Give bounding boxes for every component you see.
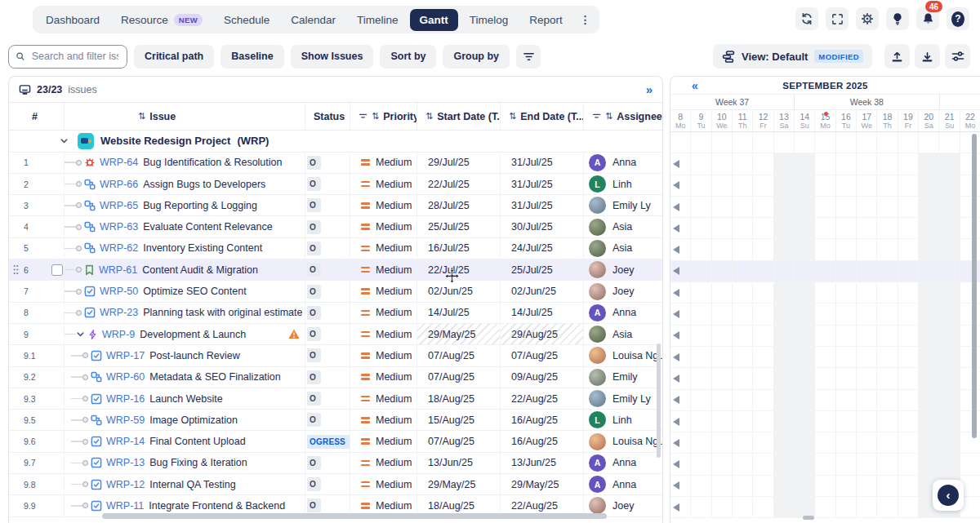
offscreen-task-indicator[interactable]	[673, 246, 679, 254]
status-cell[interactable]: O	[305, 388, 350, 409]
week-header[interactable]: Week 37	[670, 95, 795, 109]
assignee-cell[interactable]: Joey	[584, 259, 662, 280]
column-header-status[interactable]: Status	[305, 103, 350, 130]
status-cell[interactable]: O	[305, 216, 350, 237]
export-button[interactable]	[884, 44, 910, 69]
start-date-cell[interactable]: 14/Jul/25	[417, 303, 501, 323]
tab-resource[interactable]: ResourceNEW	[111, 9, 212, 31]
day-column-header[interactable]: 12Fr	[753, 110, 773, 131]
assignee-cell[interactable]: LLinh	[584, 410, 662, 430]
start-date-cell[interactable]: 07/Aug/25	[417, 367, 501, 388]
gantt-vertical-scrollbar[interactable]	[972, 134, 977, 438]
column-filter-icon-wrap[interactable]	[592, 111, 601, 122]
day-column-header[interactable]: 20Sa	[919, 110, 939, 131]
start-date-cell[interactable]: 25/Jul/25	[417, 216, 501, 237]
offscreen-task-indicator[interactable]	[673, 353, 679, 361]
offscreen-task-indicator[interactable]	[673, 289, 679, 297]
priority-cell[interactable]: Medium	[350, 388, 417, 409]
status-cell[interactable]: O	[305, 474, 350, 494]
week-header[interactable]	[940, 95, 980, 109]
offscreen-task-indicator[interactable]	[673, 331, 679, 339]
issue-key-link[interactable]: WRP-65	[100, 200, 138, 211]
offscreen-task-indicator[interactable]	[673, 460, 679, 468]
status-cell[interactable]: O	[305, 281, 350, 301]
status-cell[interactable]: O	[305, 153, 350, 173]
table-row[interactable]: 2WRP-66Assign Bugs to DevelopersOMedium2…	[9, 174, 662, 195]
gantt-row[interactable]	[670, 197, 980, 218]
sync-button[interactable]	[795, 7, 818, 30]
assignee-cell[interactable]: Louisa Nguy	[584, 431, 662, 451]
display-settings-button[interactable]	[945, 44, 970, 69]
offscreen-task-indicator[interactable]	[673, 396, 679, 404]
tab-dashboard[interactable]: Dashboard	[36, 9, 109, 31]
priority-cell[interactable]: Medium	[350, 259, 417, 280]
column-header-start[interactable]: ⇅Start Date (T...	[417, 103, 501, 130]
gantt-row[interactable]	[670, 454, 980, 475]
gantt-row[interactable]	[670, 304, 980, 325]
issue-key-link[interactable]: WRP-59	[106, 414, 145, 426]
expand-table-icon[interactable]: »	[646, 83, 653, 95]
sort-icon[interactable]: ⇅	[138, 111, 145, 122]
status-cell[interactable]: OGRESS	[305, 431, 350, 451]
view-selector-button[interactable]: View: Default MODIFIED	[713, 44, 872, 69]
issue-key-link[interactable]: WRP-9	[102, 329, 135, 340]
status-cell[interactable]: O	[305, 410, 350, 430]
table-horizontal-scrollbar[interactable]	[102, 513, 607, 519]
table-vertical-scrollbar[interactable]	[657, 343, 661, 458]
start-date-cell[interactable]: 13/Jun/25	[417, 453, 501, 473]
table-row[interactable]: 8WRP-23Planning task with original estim…	[9, 303, 662, 324]
assignee-cell[interactable]: AAnna	[584, 474, 662, 494]
settings-button[interactable]	[856, 7, 879, 30]
idea-button[interactable]	[886, 7, 909, 30]
nav-overflow-menu[interactable]: ⋮	[574, 8, 597, 31]
start-date-cell[interactable]: 29/May/25	[417, 324, 501, 344]
offscreen-task-indicator[interactable]	[673, 503, 679, 512]
priority-cell[interactable]: Medium	[350, 195, 417, 215]
gantt-row[interactable]	[670, 411, 980, 432]
table-row[interactable]: 3WRP-65Bug Reporting & LoggingOMedium28/…	[9, 195, 662, 216]
gantt-row[interactable]	[670, 175, 980, 197]
assignee-cell[interactable]: AAnna	[584, 153, 662, 173]
tab-timelog[interactable]: Timelog	[460, 9, 519, 31]
offscreen-task-indicator[interactable]	[673, 418, 679, 426]
table-row[interactable]: 1WRP-64Bug Identification & ResolutionOM…	[9, 153, 662, 174]
gantt-row[interactable]	[670, 282, 980, 304]
day-column-header[interactable]: 10We	[712, 110, 733, 131]
show-issues-button[interactable]: Show Issues	[291, 45, 374, 69]
end-date-cell[interactable]: 31/Jul/25	[501, 174, 584, 194]
priority-cell[interactable]: Medium	[350, 281, 417, 301]
gantt-project-row[interactable]	[670, 132, 980, 153]
table-row[interactable]: 9.7WRP-13Bug Fixing & IterationOMedium13…	[9, 453, 662, 474]
table-row[interactable]: 6WRP-61Content Audit & MigrationOMedium2…	[9, 259, 662, 281]
day-column-header[interactable]: 19Fr	[898, 110, 919, 131]
issue-key-link[interactable]: WRP-16	[106, 393, 145, 405]
gantt-row[interactable]	[670, 368, 980, 389]
end-date-cell[interactable]: 29/Aug/25	[501, 324, 584, 344]
priority-cell[interactable]: Medium	[350, 367, 417, 388]
status-cell[interactable]: O	[305, 345, 350, 366]
column-header-issue[interactable]: ⇅Issue	[65, 103, 305, 130]
day-column-header[interactable]: 18Th	[877, 110, 898, 131]
day-column-header[interactable]: 11Th	[733, 110, 753, 131]
day-column-header[interactable]: 9Tu	[691, 110, 711, 131]
assignee-cell[interactable]: Louisa Nguy	[584, 345, 662, 366]
status-cell[interactable]: O	[305, 367, 350, 388]
priority-cell[interactable]: Medium	[350, 324, 417, 344]
priority-cell[interactable]: Medium	[350, 303, 417, 323]
sort-icon[interactable]: ⇅	[605, 111, 612, 122]
gantt-horizontal-scrollbar[interactable]	[803, 516, 814, 520]
offscreen-task-indicator[interactable]	[673, 481, 679, 490]
column-header-end[interactable]: ⇅End Date (T...	[501, 103, 584, 130]
column-header-priority[interactable]: ⇅Priority	[350, 103, 417, 130]
priority-cell[interactable]: Medium	[350, 431, 417, 451]
priority-cell[interactable]: Medium	[350, 174, 417, 194]
gantt-row[interactable]	[670, 390, 980, 411]
assignee-cell[interactable]: Emily	[584, 367, 662, 388]
assignee-cell[interactable]: Emily Ly	[584, 195, 662, 215]
day-column-header[interactable]: 21Su	[939, 110, 960, 131]
issue-key-link[interactable]: WRP-12	[106, 479, 145, 490]
issue-key-link[interactable]: WRP-50	[100, 286, 138, 297]
table-row[interactable]: 9.2WRP-60Metadata & SEO FinalizationOMed…	[9, 367, 662, 388]
project-row[interactable]: Website Redesign Project(WRP)	[9, 131, 662, 153]
start-date-cell[interactable]: 22/Jul/25	[417, 174, 501, 194]
